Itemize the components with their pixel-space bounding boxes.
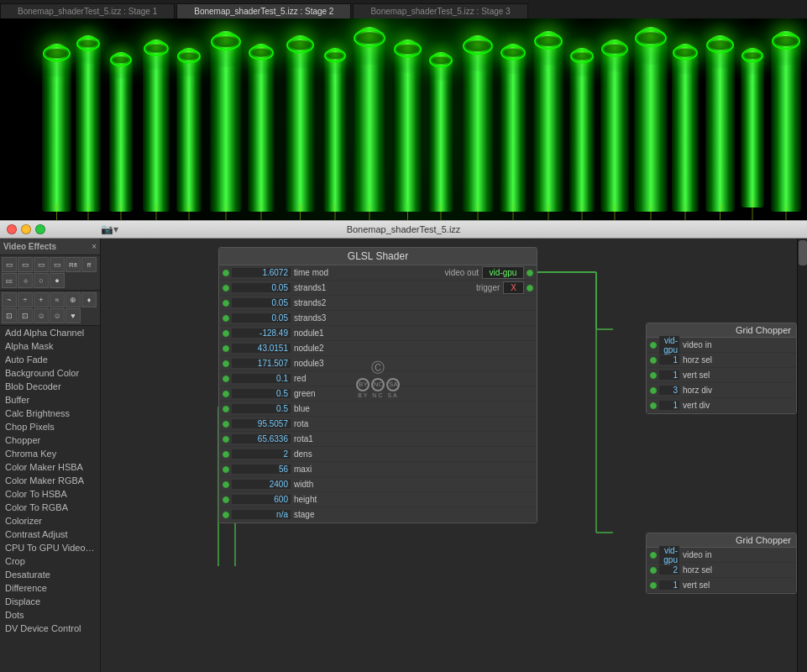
right-scrollbar[interactable] bbox=[797, 239, 807, 672]
output-dot-video-out[interactable] bbox=[527, 270, 533, 276]
chopper-row-horz-sel-1: 1 horz sel bbox=[647, 353, 796, 368]
sidebar-item-alpha-mask[interactable]: Alpha Mask bbox=[0, 339, 100, 353]
sidebar-icon-rfl[interactable]: Rfl bbox=[66, 257, 81, 272]
sidebar-item-calc-brightness[interactable]: Calc Brightness bbox=[0, 407, 100, 420]
sidebar-item-buffer[interactable]: Buffer bbox=[0, 393, 100, 407]
param-dot-red[interactable] bbox=[223, 375, 229, 382]
sidebar-icon-wave[interactable]: ~ bbox=[2, 292, 17, 307]
minimize-button[interactable] bbox=[21, 224, 31, 234]
output-dot-trigger[interactable] bbox=[527, 285, 533, 291]
chopper-row-vid-gpu-1: vid-gpu video in bbox=[647, 338, 796, 353]
close-button[interactable] bbox=[7, 224, 17, 234]
sidebar-item-bg-color[interactable]: Background Color bbox=[0, 366, 100, 380]
param-row-width: 2400 width bbox=[219, 477, 537, 492]
sidebar-icon-ff[interactable]: ff bbox=[81, 257, 97, 272]
sidebar-icon-diamond[interactable]: ♦ bbox=[81, 292, 97, 307]
sidebar-icon-sq2[interactable]: ⊡ bbox=[18, 308, 33, 323]
chopper-dot-vert-sel-1[interactable] bbox=[650, 372, 657, 379]
param-dot-width[interactable] bbox=[223, 481, 229, 488]
param-dot-strands3[interactable] bbox=[223, 315, 229, 322]
chopper-dot-vid-gpu-1[interactable] bbox=[650, 342, 657, 349]
param-row-rota: 95.5057 rota bbox=[219, 417, 537, 432]
param-dot-strands1[interactable] bbox=[223, 285, 229, 291]
sidebar-icon-approx[interactable]: ≈ bbox=[50, 292, 65, 307]
param-name-dens: dens bbox=[294, 449, 312, 459]
tab-stage3[interactable]: Bonemap_shaderTest_5.izz : Stage 3 bbox=[353, 3, 527, 18]
sidebar-icon-cc[interactable]: cc bbox=[2, 273, 17, 288]
param-dot-green[interactable] bbox=[223, 391, 229, 397]
chopper-dot-horz-sel-1[interactable] bbox=[650, 357, 657, 364]
sidebar-item-chop-pixels[interactable]: Chop Pixels bbox=[0, 420, 100, 433]
param-dot-maxi[interactable] bbox=[223, 466, 229, 473]
sidebar-item-add-alpha[interactable]: Add Alpha Channel bbox=[0, 326, 100, 339]
sidebar-item-color-to-rgba[interactable]: Color To RGBA bbox=[0, 501, 100, 514]
param-value-nodule2: 43.0151 bbox=[232, 344, 291, 353]
sidebar-item-chopper[interactable]: Chopper bbox=[0, 433, 100, 447]
sidebar-icon-dot[interactable]: ● bbox=[50, 273, 65, 288]
sidebar-icon-person1[interactable]: ☺ bbox=[34, 308, 49, 323]
sidebar-icon-rect4[interactable]: ▭ bbox=[50, 257, 65, 272]
sidebar-item-difference[interactable]: Difference bbox=[0, 581, 100, 595]
maximize-button[interactable] bbox=[35, 224, 45, 234]
sidebar-item-blob-decoder[interactable]: Blob Decoder bbox=[0, 380, 100, 393]
param-dot-rota1[interactable] bbox=[223, 436, 229, 443]
sidebar-icon-arrow[interactable]: ⟐ bbox=[18, 273, 33, 288]
chopper-name-video-in-1: video in bbox=[683, 340, 711, 349]
sidebar-icon-div[interactable]: ÷ bbox=[18, 292, 33, 307]
sidebar-item-dots[interactable]: Dots bbox=[0, 608, 100, 622]
chopper-dot-vert-div-1[interactable] bbox=[650, 402, 657, 409]
param-value-rota: 95.5057 bbox=[232, 419, 291, 428]
sidebar-icon-rect1[interactable]: ▭ bbox=[2, 257, 17, 272]
sidebar-item-contrast[interactable]: Contrast Adjust bbox=[0, 528, 100, 541]
param-dot-nodule2[interactable] bbox=[223, 345, 229, 352]
chopper-name-horz-sel-2: horz sel bbox=[683, 565, 712, 575]
param-name-blue: blue bbox=[294, 404, 310, 413]
param-dot-strands2[interactable] bbox=[223, 300, 229, 307]
sidebar-item-color-maker-rgba[interactable]: Color Maker RGBA bbox=[0, 474, 100, 487]
sidebar-icon-sq1[interactable]: ⊡ bbox=[2, 308, 17, 323]
tab-stage2[interactable]: Bonemap_shaderTest_5.izz : Stage 2 bbox=[176, 3, 351, 18]
sidebar-item-chroma-key[interactable]: Chroma Key bbox=[0, 447, 100, 460]
param-dot-time-mod[interactable] bbox=[223, 270, 229, 276]
sidebar-icon-rect2[interactable]: ▭ bbox=[18, 257, 33, 272]
chopper-dot-horz-div-1[interactable] bbox=[650, 387, 657, 394]
chopper-dot-vert-sel-2[interactable] bbox=[650, 582, 657, 589]
param-name-nodule3: nodule3 bbox=[294, 359, 324, 368]
tab-stage1[interactable]: Bonemap_shaderTest_5.izz : Stage 1 bbox=[0, 3, 175, 18]
sidebar-icon-circle[interactable]: ○ bbox=[34, 273, 49, 288]
sidebar-icon-oplus[interactable]: ⊕ bbox=[66, 292, 81, 307]
param-value-height: 600 bbox=[232, 495, 291, 504]
chopper-dot-vid-gpu-2[interactable] bbox=[650, 552, 657, 559]
sidebar-list: Add Alpha Channel Alpha Mask Auto Fade B… bbox=[0, 326, 100, 672]
sidebar-item-displace[interactable]: Displace bbox=[0, 595, 100, 608]
grid-chopper-1: Grid Chopper vid-gpu video in 1 horz sel… bbox=[646, 323, 797, 414]
param-dot-nodule3[interactable] bbox=[223, 360, 229, 367]
sidebar-item-color-to-hsba[interactable]: Color To HSBA bbox=[0, 487, 100, 501]
scrollbar-thumb[interactable] bbox=[799, 240, 807, 265]
sidebar-item-cpu-to-gpu[interactable]: CPU To GPU Video Cor bbox=[0, 541, 100, 554]
sidebar-item-auto-fade[interactable]: Auto Fade bbox=[0, 353, 100, 366]
chopper-value-horz-sel-2: 2 bbox=[659, 565, 679, 575]
sidebar-item-crop[interactable]: Crop bbox=[0, 554, 100, 568]
param-dot-dens[interactable] bbox=[223, 451, 229, 458]
sidebar-icon-person2[interactable]: ☺ bbox=[50, 308, 65, 323]
sidebar-icon-rect3[interactable]: ▭ bbox=[34, 257, 49, 272]
sidebar-icon-plus[interactable]: + bbox=[34, 292, 49, 307]
param-dot-height[interactable] bbox=[223, 496, 229, 503]
sidebar-item-desaturate[interactable]: Desaturate bbox=[0, 568, 100, 581]
sidebar-item-color-maker-hsba[interactable]: Color Maker HSBA bbox=[0, 460, 100, 474]
sidebar-close-button[interactable]: × bbox=[92, 242, 97, 251]
sidebar-item-colorizer[interactable]: Colorizer bbox=[0, 514, 100, 528]
param-dot-stage[interactable] bbox=[223, 512, 229, 518]
param-dot-blue[interactable] bbox=[223, 406, 229, 412]
sidebar-item-dv-device[interactable]: DV Device Control bbox=[0, 622, 100, 635]
param-dot-rota[interactable] bbox=[223, 421, 229, 428]
sidebar-icon-heart[interactable]: ♥ bbox=[66, 308, 81, 323]
param-value-rota1: 65.6336 bbox=[232, 434, 291, 444]
param-name-strands2: strands2 bbox=[294, 298, 326, 307]
chopper-name-vert-div-1: vert div bbox=[683, 401, 710, 410]
param-name-height: height bbox=[294, 495, 317, 504]
param-value-green: 0.5 bbox=[232, 389, 291, 398]
chopper-dot-horz-sel-2[interactable] bbox=[650, 567, 657, 574]
param-dot-nodule1[interactable] bbox=[223, 330, 229, 337]
